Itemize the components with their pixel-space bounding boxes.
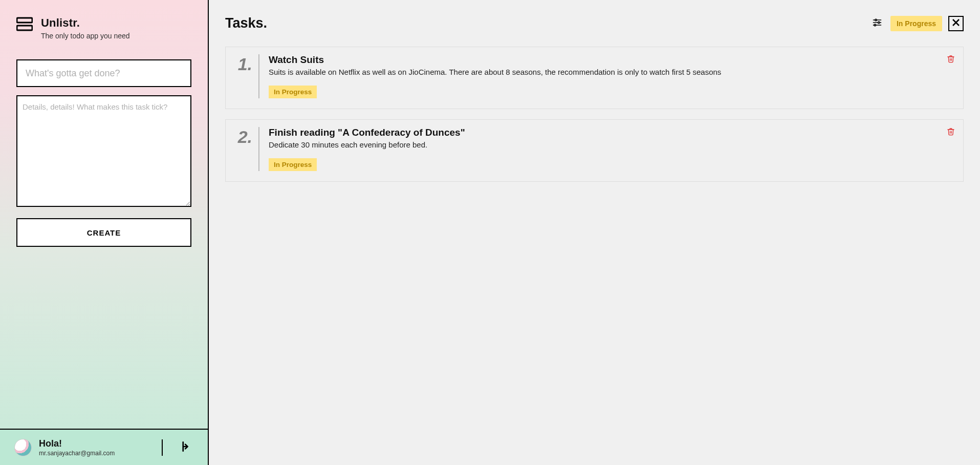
page-title: Tasks. [225,15,870,31]
task-title: Finish reading "A Confederacy of Dunces" [269,127,953,138]
user-email: mr.sanjayachar@gmail.com [39,450,148,457]
brand: Unlistr. The only todo app you need [16,16,191,40]
task-title: Watch Suits [269,54,953,66]
task-number: 2. [234,128,252,145]
svg-point-3 [875,19,877,20]
brand-title: Unlistr. [41,16,130,30]
sidebar-footer: Hola! mr.sanjayachar@gmail.com [0,429,208,465]
delete-button[interactable] [946,53,956,66]
logout-icon [178,447,191,455]
logout-button[interactable] [176,438,193,457]
list-icon [16,16,33,32]
sliders-icon [872,22,882,29]
divider [258,127,259,171]
delete-button[interactable] [946,126,956,139]
svg-point-7 [874,24,876,26]
divider [162,439,163,456]
create-button[interactable]: CREATE [16,218,191,247]
task-card[interactable]: 1. Watch Suits Suits is available on Net… [225,47,964,109]
brand-subtitle: The only todo app you need [41,32,130,40]
sidebar-main: Unlistr. The only todo app you need CREA… [0,0,208,429]
task-description: Dedicate 30 minutes each evening before … [269,140,953,149]
sidebar: Unlistr. The only todo app you need CREA… [0,0,209,465]
task-list: 1. Watch Suits Suits is available on Net… [225,47,964,182]
filter-button[interactable] [870,15,884,31]
main-header: Tasks. In Progress [225,15,964,31]
user-info: Hola! mr.sanjayachar@gmail.com [39,438,148,457]
task-card[interactable]: 2. Finish reading "A Confederacy of Dunc… [225,119,964,182]
trash-icon [947,130,955,138]
svg-rect-0 [17,18,32,23]
divider [258,54,259,98]
main: Tasks. In Progress 1. Watch Suits [209,0,980,465]
svg-point-5 [878,22,880,23]
svg-rect-1 [17,26,32,30]
status-badge: In Progress [269,86,317,98]
task-number: 1. [234,55,252,73]
avatar [14,439,32,456]
close-icon [952,18,960,28]
task-details-input[interactable] [16,95,191,207]
task-title-input[interactable] [16,59,191,87]
trash-icon [947,57,955,65]
filter-chip[interactable]: In Progress [890,16,942,31]
task-body: Watch Suits Suits is available on Netfli… [269,54,953,98]
task-body: Finish reading "A Confederacy of Dunces"… [269,127,953,171]
clear-filter-button[interactable] [948,16,964,31]
status-badge: In Progress [269,158,317,171]
task-description: Suits is available on Netflix as well as… [269,68,953,76]
user-greeting: Hola! [39,438,148,449]
